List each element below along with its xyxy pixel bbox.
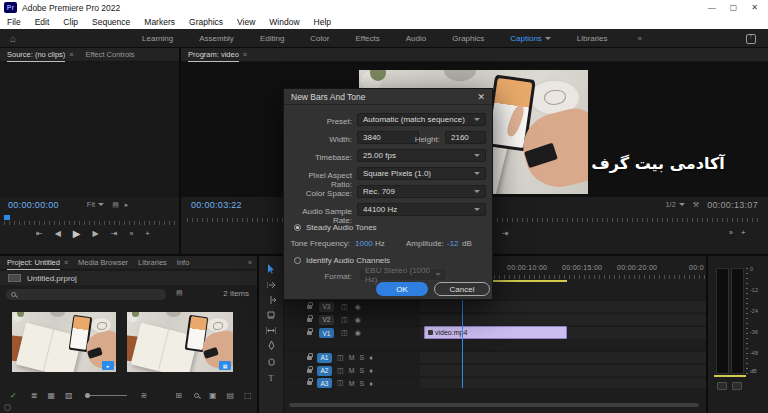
- tone-frequency-value[interactable]: 1000: [355, 239, 373, 248]
- new-bin-icon[interactable]: ▣: [209, 391, 217, 400]
- dialog-close-icon[interactable]: ✕: [477, 92, 485, 102]
- panel-menu-icon[interactable]: ≡: [69, 51, 73, 58]
- workspace-tab-assembly[interactable]: Assembly: [199, 34, 234, 43]
- timeline-clip-video-mp4[interactable]: video.mp4: [424, 326, 567, 339]
- ripple-edit-tool-icon[interactable]: [267, 296, 276, 304]
- step-forward-icon[interactable]: ▶: [93, 229, 99, 238]
- timeline-scrollbar[interactable]: [289, 403, 699, 407]
- tab-media-browser[interactable]: Media Browser: [78, 256, 128, 269]
- add-button-icon[interactable]: +: [145, 229, 150, 238]
- workspace-tab-captions[interactable]: Captions: [510, 34, 551, 43]
- source-mini-ruler[interactable]: [4, 221, 175, 225]
- project-file-row[interactable]: Untitled.prproj: [0, 271, 257, 285]
- track-lock-icon[interactable]: [307, 305, 312, 309]
- program-timecode[interactable]: 00:00:03:22: [191, 200, 242, 210]
- tab-program[interactable]: Program: video: [188, 48, 239, 62]
- menu-markers[interactable]: Markers: [137, 17, 182, 27]
- workspace-tab-audio[interactable]: Audio: [406, 34, 426, 43]
- track-visibility-icon[interactable]: ◉: [355, 303, 361, 311]
- type-tool-icon[interactable]: T: [268, 373, 274, 383]
- button-editor-chevrons[interactable]: »: [729, 229, 733, 236]
- razor-tool-icon[interactable]: [267, 311, 275, 320]
- track-target-a1[interactable]: A1: [317, 353, 332, 363]
- voiceover-mic-icon[interactable]: ♦: [369, 367, 373, 374]
- height-input[interactable]: 2160: [445, 131, 486, 144]
- icon-view-icon[interactable]: ▦: [47, 391, 55, 400]
- accept-icon[interactable]: ✓: [10, 391, 17, 400]
- menu-file[interactable]: File: [0, 17, 28, 27]
- panel-menu-icon[interactable]: ≡: [243, 51, 247, 58]
- menu-graphics[interactable]: Graphics: [182, 17, 230, 27]
- settings-wrench-icon[interactable]: ⚒: [693, 201, 699, 209]
- meter-solo-left-button[interactable]: [717, 382, 727, 390]
- step-back-icon[interactable]: ◀: [55, 229, 61, 238]
- selection-tool-icon[interactable]: [267, 264, 275, 274]
- sync-lock-icon[interactable]: ◫: [341, 303, 348, 311]
- search-input[interactable]: [6, 289, 166, 300]
- ok-button[interactable]: OK: [376, 282, 428, 296]
- menu-help[interactable]: Help: [307, 17, 338, 27]
- track-lock-icon[interactable]: [307, 318, 312, 322]
- track-select-tool-icon[interactable]: [267, 281, 276, 289]
- workspace-tab-learning[interactable]: Learning: [142, 34, 173, 43]
- track-lock-icon[interactable]: [307, 331, 312, 335]
- mute-button[interactable]: M: [349, 367, 355, 374]
- pixel-aspect-ratio-select[interactable]: Square Pixels (1.0): [357, 167, 486, 180]
- voiceover-mic-icon[interactable]: ♦: [369, 354, 373, 361]
- sync-lock-icon[interactable]: ◫: [337, 367, 344, 375]
- tab-libraries[interactable]: Libraries: [138, 256, 167, 269]
- maximize-button[interactable]: ▢: [730, 3, 738, 12]
- sort-icon[interactable]: ≋: [141, 391, 148, 400]
- list-view-icon[interactable]: ≣: [31, 391, 38, 400]
- workspace-tab-color[interactable]: Color: [310, 34, 329, 43]
- panel-overflow-chevrons[interactable]: »: [248, 259, 252, 266]
- minimize-button[interactable]: —: [708, 3, 716, 12]
- home-icon[interactable]: ⌂: [10, 33, 16, 44]
- audio-sample-rate-select[interactable]: 44100 Hz: [357, 203, 486, 216]
- go-to-in-icon[interactable]: ⇤: [36, 229, 43, 238]
- go-to-out-icon[interactable]: ⇥: [502, 229, 509, 238]
- new-item-icon[interactable]: ▤: [227, 391, 235, 400]
- tab-effect-controls[interactable]: Effect Controls: [85, 48, 134, 61]
- track-target-v2[interactable]: V2: [319, 315, 334, 325]
- color-space-select[interactable]: Rec. 709: [357, 185, 486, 198]
- close-button[interactable]: ✕: [751, 3, 758, 12]
- pen-tool-icon[interactable]: [268, 341, 275, 350]
- workspace-overflow-chevrons[interactable]: »: [638, 34, 642, 43]
- track-target-v1[interactable]: V1: [319, 328, 334, 338]
- workspace-tab-graphics[interactable]: Graphics: [452, 34, 484, 43]
- mute-button[interactable]: M: [349, 354, 355, 361]
- track-lock-icon[interactable]: [307, 369, 312, 373]
- cancel-button[interactable]: Cancel: [434, 282, 490, 296]
- solo-button[interactable]: S: [359, 380, 364, 387]
- find-icon[interactable]: [194, 393, 199, 398]
- track-visibility-icon[interactable]: ◉: [355, 316, 361, 324]
- voiceover-mic-icon[interactable]: ♦: [369, 380, 373, 387]
- automate-sequence-icon[interactable]: ⊞: [175, 391, 182, 400]
- source-settings-icon[interactable]: ▤: [112, 201, 119, 209]
- dialog-titlebar[interactable]: New Bars And Tone ✕: [284, 89, 492, 105]
- menu-sequence[interactable]: Sequence: [85, 17, 137, 27]
- slip-tool-icon[interactable]: [266, 327, 276, 334]
- source-timecode[interactable]: 00:00:00:00: [8, 200, 59, 210]
- workspace-tab-effects[interactable]: Effects: [355, 34, 379, 43]
- preset-select[interactable]: Automatic (match sequence): [357, 113, 486, 126]
- add-button-icon[interactable]: +: [741, 228, 746, 237]
- workspace-menu-icon[interactable]: [545, 37, 551, 40]
- tab-source[interactable]: Source: (no clips): [7, 48, 65, 62]
- solo-button[interactable]: S: [359, 367, 364, 374]
- solo-button[interactable]: S: [359, 354, 364, 361]
- menu-edit[interactable]: Edit: [28, 17, 57, 27]
- track-lock-icon[interactable]: [307, 356, 312, 360]
- track-target-v3[interactable]: V3: [319, 302, 334, 312]
- timebase-select[interactable]: 25.00 fps: [357, 149, 486, 162]
- zoom-slider[interactable]: [85, 395, 127, 396]
- track-visibility-icon[interactable]: ◉: [355, 329, 361, 337]
- hand-tool-icon[interactable]: [267, 357, 276, 366]
- track-target-a2[interactable]: A2: [317, 366, 332, 376]
- menu-window[interactable]: Window: [262, 17, 306, 27]
- source-zoom-select[interactable]: Fit: [87, 200, 95, 209]
- mute-button[interactable]: M: [349, 380, 355, 387]
- button-editor-chevrons[interactable]: »: [129, 230, 133, 237]
- identify-audio-channels-radio[interactable]: [294, 257, 301, 264]
